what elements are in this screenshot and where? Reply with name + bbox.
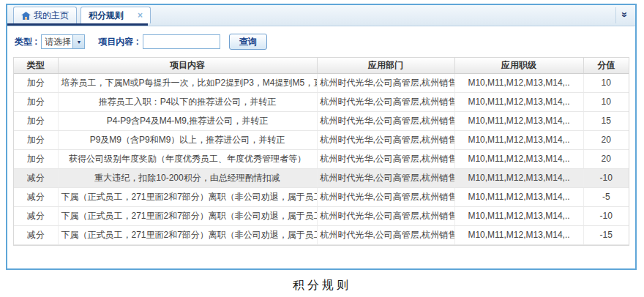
col-header-score[interactable]: 分值 <box>583 58 629 73</box>
cell-score: -15 <box>583 225 629 244</box>
cell-score: 20 <box>583 130 629 149</box>
cell-rank: M10,M11,M12,M13,M14,.. <box>454 206 583 225</box>
col-header-content[interactable]: 项目内容 <box>58 58 317 73</box>
chevron-double-down-icon: » <box>617 12 632 18</box>
table-row[interactable]: 加分 P4-P9含P4及M4-M9,推荐进公司，并转正 杭州时代光华,公司高管层… <box>14 111 629 130</box>
cell-rank: M10,M11,M12,M13,M14,.. <box>454 149 583 168</box>
type-select[interactable]: 请选择 ▼ <box>41 34 85 49</box>
cell-content: 培养员工，下属M或P每提升一次，比如P2提到P3，M4提到M5，直接上司加10 <box>58 73 317 92</box>
cell-rank: M10,M11,M12,M13,M14,.. <box>454 111 583 130</box>
cell-score: 20 <box>583 149 629 168</box>
cell-content: 重大违纪，扣除10-200积分，由总经理酌情扣减 <box>58 168 317 187</box>
type-label: 类型 : <box>15 36 37 48</box>
col-header-dept[interactable]: 应用部门 <box>317 58 454 73</box>
cell-type: 加分 <box>14 73 58 92</box>
table-row[interactable]: 减分 下属（正式员工，271里面2和7部分）离职（非公司劝退，属于员工主动离 杭… <box>14 187 629 206</box>
rules-table: 类型 项目内容 应用部门 应用职级 分值 加分 培养员工，下属M或P每提升一次，… <box>14 58 629 245</box>
cell-score: 10 <box>583 73 629 92</box>
page: 我的主页 积分规则 × » 类型 : 请选择 ▼ 项目内容 : 查询 <box>0 0 644 297</box>
tabs: 我的主页 积分规则 × <box>13 7 151 23</box>
tab-my-home[interactable]: 我的主页 <box>13 7 77 23</box>
cell-type: 加分 <box>14 149 58 168</box>
cell-type: 加分 <box>14 92 58 111</box>
cell-rank: M10,M11,M12,M13,M14,.. <box>454 168 583 187</box>
home-icon <box>21 12 31 20</box>
cell-dept: 杭州时代光华,公司高管层,杭州销售五部,.. <box>317 92 454 111</box>
cell-dept: 杭州时代光华,公司高管层,杭州销售五部,.. <box>317 187 454 206</box>
content-label: 项目内容 : <box>98 36 138 48</box>
cell-type: 减分 <box>14 168 58 187</box>
cell-score: -10 <box>583 168 629 187</box>
chevron-down-icon[interactable]: ▼ <box>72 35 84 48</box>
cell-dept: 杭州时代光华,公司高管层,杭州销售五部,.. <box>317 168 454 187</box>
cell-score: 15 <box>583 111 629 130</box>
cell-content: 下属（正式员工，271里面2和7部分）离职（非公司劝退，属于员工主动离 <box>58 187 317 206</box>
cell-rank: M10,M11,M12,M13,M14,.. <box>454 73 583 92</box>
cell-type: 加分 <box>14 111 58 130</box>
figure-caption: 积分规则 <box>0 278 644 293</box>
cell-type: 减分 <box>14 206 58 225</box>
table-row[interactable]: 加分 培养员工，下属M或P每提升一次，比如P2提到P3，M4提到M5，直接上司加… <box>14 73 629 92</box>
cell-type: 减分 <box>14 187 58 206</box>
cell-type: 减分 <box>14 225 58 244</box>
table-row[interactable]: 加分 推荐员工入职：P4以下的推荐进公司，并转正 杭州时代光华,公司高管层,杭州… <box>14 92 629 111</box>
table-row[interactable]: 减分 下属（正式员工，271里面2和7部分）离职（非公司劝退，属于员工主动离 杭… <box>14 225 629 244</box>
tab-my-home-label: 我的主页 <box>34 10 69 22</box>
table-row[interactable]: 加分 P9及M9（含P9和M9）以上，推荐进公司，并转正 杭州时代光华,公司高管… <box>14 130 629 149</box>
cell-score: -10 <box>583 206 629 225</box>
table-row-highlighted[interactable]: 减分 重大违纪，扣除10-200积分，由总经理酌情扣减 杭州时代光华,公司高管层… <box>14 168 629 187</box>
close-icon[interactable]: × <box>138 12 143 19</box>
cell-content: 下属（正式员工，271里面2和7部分）离职（非公司劝退，属于员工主动离 <box>58 206 317 225</box>
cell-content: P4-P9含P4及M4-M9,推荐进公司，并转正 <box>58 111 317 130</box>
content-panel: 我的主页 积分规则 × » 类型 : 请选择 ▼ 项目内容 : 查询 <box>6 4 637 270</box>
cell-type: 加分 <box>14 130 58 149</box>
cell-score: -5 <box>583 187 629 206</box>
content-input[interactable] <box>143 34 220 49</box>
col-header-rank[interactable]: 应用职级 <box>454 58 583 73</box>
cell-dept: 杭州时代光华,公司高管层,杭州销售五部,.. <box>317 111 454 130</box>
tab-points-rules-label: 积分规则 <box>89 10 124 22</box>
col-header-type[interactable]: 类型 <box>14 58 58 73</box>
cell-content: 推荐员工入职：P4以下的推荐进公司，并转正 <box>58 92 317 111</box>
cell-rank: M10,M11,M12,M13,M14,.. <box>454 187 583 206</box>
cell-rank: M10,M11,M12,M13,M14,.. <box>454 130 583 149</box>
cell-rank: M10,M11,M12,M13,M14,.. <box>454 225 583 244</box>
filter-toolbar: 类型 : 请选择 ▼ 项目内容 : 查询 <box>7 26 635 57</box>
tab-underline <box>7 23 148 26</box>
cell-dept: 杭州时代光华,公司高管层,杭州销售五部,.. <box>317 73 454 92</box>
tab-points-rules[interactable]: 积分规则 × <box>80 7 151 23</box>
cell-score: 10 <box>583 92 629 111</box>
cell-content: 下属（正式员工，271里面2和7部分）离职（非公司劝退，属于员工主动离 <box>58 225 317 244</box>
tab-strip: 我的主页 积分规则 × » <box>7 5 635 26</box>
table-row[interactable]: 加分 获得公司级别年度奖励（年度优秀员工、年度优秀管理者等） 杭州时代光华,公司… <box>14 149 629 168</box>
cell-content: 获得公司级别年度奖励（年度优秀员工、年度优秀管理者等） <box>58 149 317 168</box>
cell-dept: 杭州时代光华,公司高管层,杭州销售五部,.. <box>317 149 454 168</box>
collapse-button[interactable]: » <box>615 7 633 23</box>
type-select-value: 请选择 <box>42 36 72 48</box>
cell-dept: 杭州时代光华,公司高管层,杭州销售五部,.. <box>317 130 454 149</box>
rules-grid: 类型 项目内容 应用部门 应用职级 分值 加分 培养员工，下属M或P每提升一次，… <box>13 57 629 246</box>
table-header-row: 类型 项目内容 应用部门 应用职级 分值 <box>14 58 629 73</box>
cell-dept: 杭州时代光华,公司高管层,杭州销售五部,.. <box>317 206 454 225</box>
cell-rank: M10,M11,M12,M13,M14,.. <box>454 92 583 111</box>
cell-dept: 杭州时代光华,公司高管层,杭州销售五部,.. <box>317 225 454 244</box>
cell-content: P9及M9（含P9和M9）以上，推荐进公司，并转正 <box>58 130 317 149</box>
table-row[interactable]: 减分 下属（正式员工，271里面2和7部分）离职（非公司劝退，属于员工主动离 杭… <box>14 206 629 225</box>
search-button[interactable]: 查询 <box>229 34 267 50</box>
